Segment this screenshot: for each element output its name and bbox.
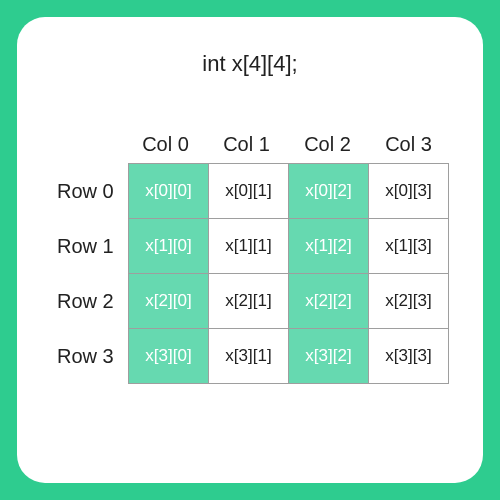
cell-2-1: x[2][1] — [208, 273, 289, 329]
cell-0-0: x[0][0] — [128, 163, 209, 219]
cell-1-0: x[1][0] — [128, 218, 209, 274]
col-header-0: Col 0 — [125, 133, 206, 164]
cell-2-0: x[2][0] — [128, 273, 209, 329]
cell-0-3: x[0][3] — [368, 163, 449, 219]
cell-0-1: x[0][1] — [208, 163, 289, 219]
cell-3-0: x[3][0] — [128, 328, 209, 384]
col-header-3: Col 3 — [368, 133, 449, 164]
table-row: Row 3 x[3][0] x[3][1] x[3][2] x[3][3] — [57, 329, 449, 384]
row-header-3: Row 3 — [57, 345, 129, 368]
cell-1-1: x[1][1] — [208, 218, 289, 274]
table-row: Row 1 x[1][0] x[1][1] x[1][2] x[1][3] — [57, 219, 449, 274]
col-header-1: Col 1 — [206, 133, 287, 164]
cell-2-3: x[2][3] — [368, 273, 449, 329]
cell-3-2: x[3][2] — [288, 328, 369, 384]
table-row: Row 0 x[0][0] x[0][1] x[0][2] x[0][3] — [57, 164, 449, 219]
card: int x[4][4]; Col 0 Col 1 Col 2 Col 3 Row… — [17, 17, 483, 483]
array-grid: Col 0 Col 1 Col 2 Col 3 Row 0 x[0][0] x[… — [41, 133, 459, 384]
row-header-0: Row 0 — [57, 180, 129, 203]
cell-1-2: x[1][2] — [288, 218, 369, 274]
cell-1-3: x[1][3] — [368, 218, 449, 274]
table-row: Row 2 x[2][0] x[2][1] x[2][2] x[2][3] — [57, 274, 449, 329]
cell-3-1: x[3][1] — [208, 328, 289, 384]
array-declaration: int x[4][4]; — [41, 51, 459, 77]
row-header-2: Row 2 — [57, 290, 129, 313]
table-body: Row 0 x[0][0] x[0][1] x[0][2] x[0][3] Ro… — [57, 164, 449, 384]
col-header-2: Col 2 — [287, 133, 368, 164]
row-header-1: Row 1 — [57, 235, 129, 258]
cell-2-2: x[2][2] — [288, 273, 369, 329]
column-headers: Col 0 Col 1 Col 2 Col 3 — [125, 133, 449, 164]
cell-0-2: x[0][2] — [288, 163, 369, 219]
cell-3-3: x[3][3] — [368, 328, 449, 384]
